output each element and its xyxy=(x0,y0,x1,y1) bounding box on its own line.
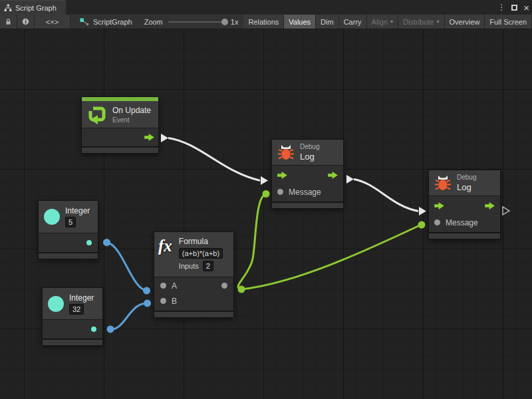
distribute-dropdown[interactable]: Distribute ▾ xyxy=(398,15,444,29)
node-integer-2[interactable]: Integer 32 xyxy=(42,287,103,346)
node-category: Debug xyxy=(457,174,476,181)
align-dropdown[interactable]: Align ▾ xyxy=(367,15,398,29)
unity-visual-scripting-window: Script Graph ⋮ × <×> xyxy=(0,0,532,399)
script-graph-asset-icon xyxy=(80,18,89,26)
value-output-port[interactable] xyxy=(91,327,96,332)
node-formula[interactable]: fx Formula (a+b)*(a+b) Inputs 2 A xyxy=(154,231,234,318)
wire-arrow xyxy=(261,176,268,185)
flow-output-port[interactable] xyxy=(144,134,154,141)
wire-endpoint xyxy=(143,287,150,295)
align-label: Align xyxy=(372,18,388,26)
node-header[interactable]: Debug Log xyxy=(429,170,500,196)
info-button[interactable] xyxy=(17,15,35,29)
graph-canvas[interactable]: On Update Event xyxy=(0,29,532,399)
bug-icon xyxy=(277,144,295,161)
node-header[interactable]: Debug Log xyxy=(272,140,343,166)
node-title: Integer xyxy=(69,293,94,303)
node-header[interactable]: Integer 32 xyxy=(43,288,102,320)
wire-arrow xyxy=(419,207,426,215)
node-header[interactable]: fx Formula (a+b)*(a+b) Inputs 2 xyxy=(154,232,233,277)
message-input-row: Message xyxy=(272,185,343,201)
flow-output-port[interactable] xyxy=(485,202,495,209)
zoom-slider-handle[interactable] xyxy=(221,19,228,25)
integer-value-field[interactable]: 32 xyxy=(69,304,84,315)
node-on-update[interactable]: On Update Event xyxy=(81,96,159,154)
node-footer xyxy=(39,252,98,259)
node-footer xyxy=(429,232,500,239)
values-button[interactable]: Values xyxy=(284,15,316,29)
chevron-down-icon: ▾ xyxy=(390,19,393,25)
flow-input-port[interactable] xyxy=(434,202,444,209)
wire-endpoint xyxy=(263,190,270,198)
formula-fx-icon: fx xyxy=(157,237,174,255)
value-output-row xyxy=(43,320,102,338)
input-a-port[interactable] xyxy=(160,283,166,289)
lock-icon xyxy=(5,17,12,26)
integer-type-icon xyxy=(48,296,64,312)
info-icon xyxy=(22,17,29,26)
node-debug-log-2[interactable]: Debug Log Message xyxy=(428,170,501,239)
value-output-row xyxy=(39,233,98,252)
node-title: On Update xyxy=(112,106,151,115)
input-b-port[interactable] xyxy=(160,298,166,304)
lock-button[interactable] xyxy=(0,15,17,29)
code-preview-button[interactable]: <×> xyxy=(35,15,70,29)
bug-icon xyxy=(434,174,452,192)
message-input-port[interactable] xyxy=(277,189,283,195)
breadcrumb[interactable]: ScriptGraph xyxy=(70,15,139,29)
wire-flow-log1-to-log2[interactable] xyxy=(354,180,418,211)
node-footer xyxy=(43,338,102,345)
port-label: Message xyxy=(289,188,321,197)
zoom-label: Zoom xyxy=(144,18,163,26)
wire-value-formula-to-log1[interactable] xyxy=(238,194,265,289)
flow-row xyxy=(429,196,500,215)
wire-value-int1-to-a[interactable] xyxy=(107,243,147,291)
flow-output-row xyxy=(82,128,158,146)
breadcrumb-label: ScriptGraph xyxy=(93,18,132,26)
wire-flow-onupdate-to-log1[interactable] xyxy=(168,138,260,181)
node-category: Debug xyxy=(300,143,319,150)
node-header[interactable]: On Update Event xyxy=(82,101,158,128)
window-menu-icon[interactable]: ⋮ xyxy=(497,3,505,12)
node-title: Integer xyxy=(65,206,90,215)
tab-title: Script Graph xyxy=(15,4,57,12)
zoom-control: Zoom 1x xyxy=(139,15,244,29)
fullscreen-button[interactable]: Full Screen xyxy=(485,15,532,29)
wire-value-formula-to-log2[interactable] xyxy=(241,225,421,289)
input-a-row: A xyxy=(154,277,233,294)
node-integer-1[interactable]: Integer 5 xyxy=(38,200,98,259)
node-subtitle: Event xyxy=(112,116,151,124)
close-icon[interactable]: × xyxy=(523,3,529,13)
carry-button[interactable]: Carry xyxy=(339,15,367,29)
node-header[interactable]: Integer 5 xyxy=(39,201,98,233)
integer-value-field[interactable]: 5 xyxy=(65,217,76,227)
node-title: Formula xyxy=(179,237,223,246)
port-label: B xyxy=(172,297,177,306)
loop-event-icon xyxy=(87,104,107,124)
chevron-down-icon: ▾ xyxy=(437,19,440,25)
dim-button[interactable]: Dim xyxy=(316,15,339,29)
message-input-port[interactable] xyxy=(434,219,440,225)
value-output-port[interactable] xyxy=(86,240,92,245)
distribute-label: Distribute xyxy=(403,18,434,26)
node-footer xyxy=(82,146,158,153)
integer-type-icon xyxy=(44,209,60,225)
maximize-icon[interactable] xyxy=(511,5,517,11)
overview-button[interactable]: Overview xyxy=(445,15,485,29)
node-debug-log-1[interactable]: Debug Log Message xyxy=(271,139,344,209)
flow-output-port[interactable] xyxy=(328,172,338,179)
formula-expression-field[interactable]: (a+b)*(a+b) xyxy=(179,248,223,259)
flow-input-port[interactable] xyxy=(277,172,287,179)
window-controls: ⋮ × xyxy=(497,0,529,15)
node-title: Log xyxy=(300,152,319,162)
result-output-port[interactable] xyxy=(221,283,227,289)
wire-endpoint xyxy=(107,326,114,333)
zoom-slider[interactable] xyxy=(168,21,225,23)
inputs-count-field[interactable]: 2 xyxy=(203,261,213,271)
graph-tree-icon xyxy=(4,4,12,12)
relations-button[interactable]: Relations xyxy=(243,15,284,29)
wire-value-int2-to-b[interactable] xyxy=(110,303,147,329)
wire-endpoint xyxy=(144,300,151,307)
port-label: A xyxy=(172,281,177,291)
tab-script-graph[interactable]: Script Graph xyxy=(0,0,66,15)
